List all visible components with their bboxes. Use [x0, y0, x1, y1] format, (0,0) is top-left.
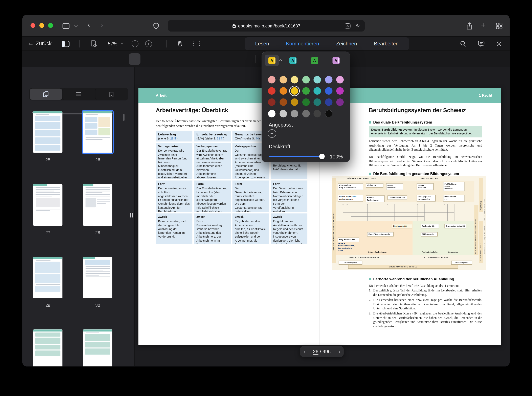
- diagram-box: Brückenangebote: [451, 261, 472, 265]
- highlight-style-purple[interactable]: A: [329, 55, 343, 66]
- thumbnail-page-25[interactable]: [33, 111, 63, 153]
- color-swatch[interactable]: [325, 87, 333, 95]
- page-ref-link[interactable]: 28 ff.: [170, 137, 177, 140]
- browser-sidebar-icon[interactable]: [62, 22, 70, 29]
- color-swatch-selected[interactable]: [291, 87, 298, 95]
- thumbnail-partial[interactable]: [33, 329, 63, 366]
- thumb-decor: [86, 189, 110, 190]
- color-swatch[interactable]: [268, 99, 276, 106]
- url-field[interactable]: ebooks.molib.com/book/101637 A ↻: [168, 20, 365, 31]
- reload-icon[interactable]: ↻: [356, 20, 360, 31]
- browser-back-button[interactable]: ‹: [88, 21, 90, 30]
- thumbnail-page-28[interactable]: [83, 184, 112, 226]
- opacity-slider-handle[interactable]: [319, 154, 325, 159]
- toolbar-divider: [166, 40, 167, 47]
- color-swatch[interactable]: [313, 99, 321, 106]
- thumbnail-page-27[interactable]: [33, 184, 63, 226]
- thumb-decor: [86, 198, 96, 207]
- color-swatch[interactable]: [279, 87, 287, 95]
- bookmarks-view-tab[interactable]: [95, 89, 127, 100]
- translate-icon[interactable]: A: [345, 20, 351, 31]
- current-page-input[interactable]: 26: [313, 349, 318, 354]
- page-ref-link[interactable]: 31 ff.: [217, 137, 223, 140]
- thumbnail-partial[interactable]: [83, 329, 112, 366]
- zoom-out-button[interactable]: −: [132, 40, 139, 47]
- color-swatch[interactable]: [279, 110, 287, 117]
- thumb-decor: [35, 130, 60, 136]
- back-arrow-icon[interactable]: ←: [27, 39, 34, 47]
- color-swatch[interactable]: [291, 76, 298, 84]
- new-tab-icon[interactable]: +: [481, 21, 485, 29]
- color-swatch[interactable]: [268, 76, 276, 84]
- color-swatch[interactable]: [336, 99, 344, 106]
- comments-icon[interactable]: [477, 40, 485, 47]
- zoom-level-value[interactable]: 57%: [108, 41, 117, 47]
- color-swatch[interactable]: [336, 76, 344, 84]
- zoom-window-button[interactable]: [48, 23, 53, 28]
- sidebar-resize-handle[interactable]: [130, 213, 133, 218]
- highlight-style-green[interactable]: A: [307, 55, 322, 66]
- browser-toolbar: ‹ › ebooks.molib.com/book/101637 A ↻ +: [22, 15, 510, 37]
- color-swatch[interactable]: [279, 76, 287, 84]
- color-swatch[interactable]: [325, 76, 333, 84]
- thumb-size-plus[interactable]: +: [116, 109, 120, 115]
- mode-tab-zeichnen[interactable]: Zeichnen: [328, 37, 365, 50]
- page-indicator[interactable]: 26 / 496: [313, 349, 330, 354]
- color-swatch[interactable]: [279, 99, 287, 106]
- color-swatch[interactable]: [268, 110, 276, 117]
- chevron-up-icon[interactable]: [278, 59, 283, 62]
- settings-gear-icon[interactable]: [495, 40, 503, 47]
- color-swatch[interactable]: [325, 99, 333, 106]
- color-swatch[interactable]: [313, 76, 321, 84]
- diagram-box: PhD/Doktorat Master Bachelor: [443, 182, 465, 191]
- color-swatch[interactable]: [302, 110, 310, 117]
- mode-tab-bearbeiten[interactable]: Bearbeiten: [365, 37, 407, 50]
- select-tool-icon[interactable]: [193, 41, 200, 46]
- page-settings-icon[interactable]: [90, 40, 98, 48]
- next-page-chevron-icon[interactable]: ›: [338, 349, 340, 355]
- color-swatch[interactable]: [313, 87, 321, 95]
- search-icon[interactable]: [459, 40, 467, 47]
- color-swatch[interactable]: [291, 99, 298, 106]
- privacy-shield-icon[interactable]: [153, 22, 160, 29]
- thumbnail-page-26[interactable]: [83, 111, 112, 153]
- minimize-window-button[interactable]: [39, 23, 44, 28]
- color-swatch[interactable]: [325, 110, 333, 117]
- add-custom-color-button[interactable]: +: [268, 129, 276, 138]
- sidebar-dropdown-chevron-icon[interactable]: [74, 24, 78, 28]
- color-swatch[interactable]: [302, 76, 310, 84]
- section-heading: Die Berufsbildung im gesamten Bildungssy…: [369, 172, 459, 176]
- hand-tool-icon[interactable]: [176, 40, 184, 48]
- color-swatch[interactable]: [302, 99, 310, 106]
- zoom-dropdown-chevron-icon[interactable]: [121, 42, 124, 44]
- diagram-side-label: TERTIÄR: [480, 186, 482, 210]
- color-swatch[interactable]: [336, 87, 344, 95]
- mode-tab-lesen[interactable]: Lesen: [247, 37, 278, 50]
- thumbnail-page-30[interactable]: [83, 257, 112, 298]
- color-swatch[interactable]: [302, 87, 310, 95]
- diagram-band-label: BERUFLICHE GRUNDBILDUNG: [350, 256, 381, 259]
- color-swatch[interactable]: [313, 110, 321, 117]
- sidebar-scrollbar[interactable]: [123, 114, 125, 121]
- highlight-style-yellow[interactable]: A: [265, 55, 279, 66]
- mode-tab-kommentieren[interactable]: Kommentieren: [278, 37, 328, 50]
- highlight-color-popup: A A A A: [261, 52, 350, 162]
- thumbnails-view-tab[interactable]: [30, 89, 62, 100]
- tab-overview-icon[interactable]: [495, 22, 503, 29]
- share-icon[interactable]: [465, 22, 473, 30]
- highlight-style-teal[interactable]: A: [286, 55, 300, 66]
- section-bullet: [369, 278, 371, 280]
- thumbnail-page-29[interactable]: [33, 257, 63, 298]
- color-swatch[interactable]: [268, 87, 276, 95]
- page-ref-link[interactable]: 44: [255, 137, 259, 140]
- thumb-decor: [36, 284, 60, 285]
- back-nav-label[interactable]: Zurück: [36, 40, 52, 46]
- thumb-decor: [35, 122, 60, 129]
- zoom-in-button[interactable]: +: [145, 40, 152, 47]
- sidebar-toggle-icon[interactable]: [61, 40, 70, 48]
- outline-view-tab[interactable]: [62, 89, 95, 100]
- previous-page-chevron-icon[interactable]: ‹: [303, 349, 305, 355]
- color-swatch[interactable]: [291, 110, 298, 117]
- close-window-button[interactable]: [30, 23, 35, 28]
- browser-forward-button[interactable]: ›: [101, 21, 103, 30]
